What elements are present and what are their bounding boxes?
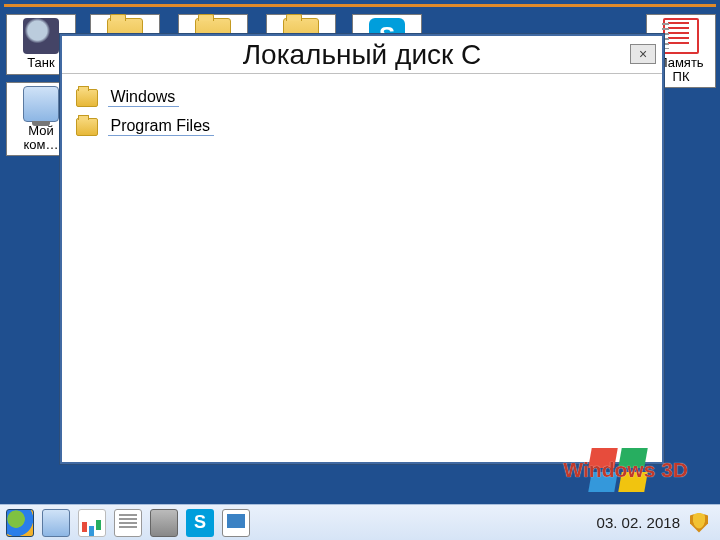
taskbar-printer-icon[interactable]	[150, 509, 178, 537]
window-body: Windows Program Files	[62, 74, 662, 156]
taskbar-monitor-icon[interactable]	[222, 509, 250, 537]
computer-icon	[23, 86, 59, 122]
taskbar-skype-icon[interactable]: S	[186, 509, 214, 537]
folder-item-program-files[interactable]: Program Files	[76, 117, 648, 136]
window-titlebar[interactable]: Локальный диск С ×	[62, 36, 662, 74]
taskbar-date: 03. 02. 2018	[597, 514, 680, 531]
folder-item-label: Windows	[108, 88, 179, 107]
folder-item-label: Program Files	[108, 117, 214, 136]
start-button[interactable]	[6, 509, 34, 537]
folder-icon	[76, 118, 98, 136]
taskbar-computer-icon[interactable]	[42, 509, 70, 537]
taskbar-tray: 03. 02. 2018	[597, 513, 714, 533]
folder-item-windows[interactable]: Windows	[76, 88, 648, 107]
taskbar-document-icon[interactable]	[114, 509, 142, 537]
window-title: Локальный диск С	[243, 39, 482, 71]
window-close-button[interactable]: ×	[630, 44, 656, 64]
slide-top-rule	[4, 4, 716, 7]
folder-icon	[76, 89, 98, 107]
security-shield-icon[interactable]	[690, 513, 708, 533]
taskbar: S 03. 02. 2018	[0, 504, 720, 540]
notepad-icon	[663, 18, 699, 54]
explorer-window: Локальный диск С × Windows Program Files	[60, 34, 664, 464]
tank-icon	[23, 18, 59, 54]
taskbar-chart-icon[interactable]	[78, 509, 106, 537]
close-icon: ×	[639, 46, 647, 62]
overlay-text: Windows 3D	[563, 458, 688, 482]
